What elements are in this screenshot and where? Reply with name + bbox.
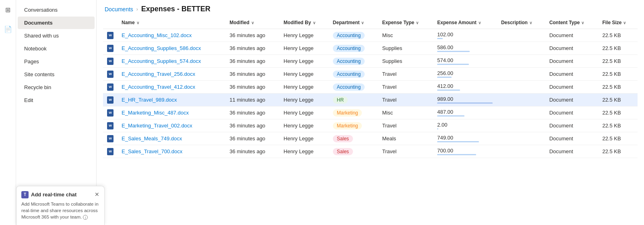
file-name-link[interactable]: E_Accounting_Supplies_586.docx [122,45,201,51]
expense-amount-cell: 989.00 [433,94,497,106]
sidebar-item-edit[interactable]: Edit [18,94,95,106]
file-size-cell: 22.5 KB [598,145,638,158]
word-icon: W [107,71,114,78]
sidebar-item-site-contents[interactable]: Site contents [18,68,95,81]
file-name-link[interactable]: E_Accounting_Travel_412.docx [122,84,195,90]
modified-by-cell: Henry Legge [280,132,329,145]
amount-bar [437,77,452,78]
modified-cell: 36 minutes ago [225,29,279,42]
department-badge: Sales [333,148,353,155]
department-badge: Sales [333,135,353,142]
description-cell [497,119,545,132]
col-description-sort-icon: ∨ [529,21,532,25]
breadcrumb-parent[interactable]: Documents [105,6,133,12]
modified-cell: 36 minutes ago [225,81,279,94]
col-modified-by-label: Modified By [284,20,311,25]
expense-type-cell: Supplies [378,42,433,55]
col-expense-type-label: Expense Type [382,20,414,25]
table-row[interactable]: WE_HR_Travel_989.docx11 minutes agoHenry… [103,94,638,106]
sidebar-item-shared-with-us[interactable]: Shared with us [18,29,95,42]
expense-amount-value: 700.00 [437,148,453,154]
modified-by-cell: Henry Legge [280,106,329,119]
table-row[interactable]: WE_Marketing_Misc_487.docx36 minutes ago… [103,106,638,119]
word-icon: W [107,148,114,155]
col-expense-type-header[interactable]: Expense Type∨ [378,17,433,29]
table-row[interactable]: WE_Marketing_Travel_002.docx36 minutes a… [103,119,638,132]
expense-amount-cell: 256.00 [433,68,497,81]
department-badge: Accounting [333,71,365,78]
col-expense-amount-label: Expense Amount [437,20,477,25]
file-name-link[interactable]: E_Marketing_Misc_487.docx [122,110,189,116]
content-type-cell: Document [545,42,599,55]
chat-popup-title-text: Add real-time chat [31,192,76,198]
sidebar-item-pages[interactable]: Pages [18,55,95,68]
chat-info-icon[interactable]: i [83,215,88,220]
document-nav-icon[interactable]: 📄 [2,23,14,35]
file-name-link[interactable]: E_Marketing_Travel_002.docx [122,123,192,129]
modified-by-cell: Henry Legge [280,29,329,42]
file-type-icon-cell: W [103,55,118,68]
amount-bar [437,51,469,52]
file-size-cell: 22.5 KB [598,29,638,42]
file-name-link[interactable]: E_Sales_Travel_700.docx [122,148,182,154]
col-department-label: Department [333,20,360,25]
table-row[interactable]: WE_Accounting_Travel_256.docx36 minutes … [103,68,638,81]
modified-by-cell: Henry Legge [280,42,329,55]
content-type-cell: Document [545,68,599,81]
col-department-header[interactable]: Department∨ [329,17,378,29]
table-row[interactable]: WE_Sales_Meals_749.docx36 minutes agoHen… [103,132,638,145]
col-file-size-header[interactable]: File Size∨ [598,17,638,29]
col-file-size-label: File Size [602,20,621,25]
col-modified-by-header[interactable]: Modified By∨ [280,17,329,29]
department-badge: Marketing [333,109,362,117]
expense-type-cell: Travel [378,94,433,106]
col-name-header[interactable]: Name∨ [118,17,225,29]
sidebar-item-documents[interactable]: Documents [18,17,95,29]
department-cell: Sales [329,145,378,158]
file-name-link[interactable]: E_Accounting_Misc_102.docx [122,32,192,38]
modified-cell: 36 minutes ago [225,145,279,158]
modified-cell: 36 minutes ago [225,119,279,132]
file-name-link[interactable]: E_Accounting_Travel_256.docx [122,71,195,77]
table-row[interactable]: WE_Sales_Travel_700.docx36 minutes agoHe… [103,145,638,158]
col-name-sort-icon: ∨ [136,21,139,25]
chat-popup-body: Add Microsoft Teams to collaborate in re… [21,201,99,220]
col-modified-label: Modified [229,20,249,25]
chat-close-button[interactable]: ✕ [95,191,99,198]
modified-cell: 36 minutes ago [225,68,279,81]
sidebar-item-conversations[interactable]: Conversations [18,4,95,16]
col-modified-header[interactable]: Modified∨ [225,17,279,29]
col-expense-amount-header[interactable]: Expense Amount∨ [433,17,497,29]
expense-amount-cell: 574.00 [433,55,497,68]
table-row[interactable]: WE_Accounting_Supplies_574.docx36 minute… [103,55,638,68]
file-size-cell: 22.5 KB [598,119,638,132]
chat-popup: T Add real-time chat ✕ Add Microsoft Tea… [16,186,105,225]
col-content-type-label: Content Type [549,20,580,25]
col-content-type-sort-icon: ∨ [581,21,584,25]
col-description-header[interactable]: Description∨ [497,17,545,29]
table-row[interactable]: WE_Accounting_Supplies_586.docx36 minute… [103,42,638,55]
content-type-cell: Document [545,81,599,94]
table-row[interactable]: WE_Accounting_Misc_102.docx36 minutes ag… [103,29,638,42]
file-type-icon-cell: W [103,29,118,42]
expense-amount-value: 586.00 [437,44,453,50]
word-icon: W [107,122,114,129]
content-type-cell: Document [545,29,599,42]
amount-bar [437,102,492,104]
col-content-type-header[interactable]: Content Type∨ [545,17,599,29]
file-name-link[interactable]: E_HR_Travel_989.docx [122,97,177,103]
file-name-link[interactable]: E_Sales_Meals_749.docx [122,135,182,142]
expense-amount-value: 256.00 [437,70,453,76]
expense-amount-cell: 700.00 [433,145,497,158]
file-name-link[interactable]: E_Accounting_Supplies_574.docx [122,58,201,64]
table-row[interactable]: WE_Accounting_Travel_412.docx36 minutes … [103,81,638,94]
word-icon: W [107,32,114,39]
sidebar-item-recycle-bin[interactable]: Recycle bin [18,81,95,94]
sidebar-item-notebook[interactable]: Notebook [18,42,95,55]
apps-icon[interactable]: ⊞ [2,3,14,16]
expense-type-cell: Misc [378,106,433,119]
col-icon-header [103,17,118,29]
modified-cell: 36 minutes ago [225,132,279,145]
file-size-cell: 22.5 KB [598,132,638,145]
expense-amount-value: 487.00 [437,109,453,115]
